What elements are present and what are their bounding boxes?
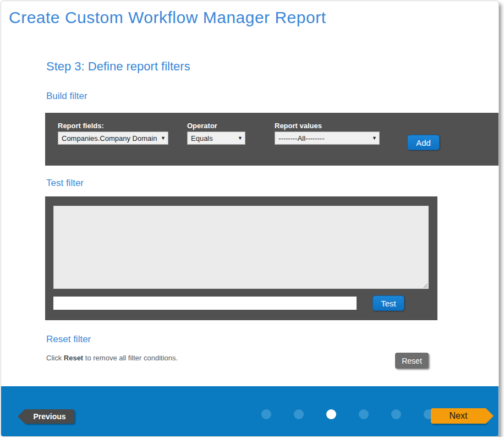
test-value-input[interactable] [53,297,357,310]
wizard-footer: Previous Next [1,386,498,437]
reset-button[interactable]: Reset [395,353,429,369]
wizard-card: Create Custom Workflow Manager Report St… [1,1,499,437]
chevron-down-icon: ▼ [238,135,243,141]
step-dot-1 [261,409,271,419]
reset-hint-prefix: Click [46,354,64,362]
step-dot-2 [294,409,304,419]
page-title: Create Custom Workflow Manager Report [9,8,326,27]
report-values-selected-value: --------All-------- [278,134,370,142]
operator-selected-value: Equals [191,134,235,142]
filter-preview-textarea[interactable] [53,206,429,289]
report-values-label: Report values [275,122,322,130]
build-filter-panel: Report fields: Companies.Company Domain … [45,113,498,166]
report-fields-selected-value: Companies.Company Domain Na [62,134,158,142]
test-filter-panel: Test [45,196,437,320]
step-dots [261,409,434,419]
step-heading: Step 3: Define report filters [46,59,190,74]
chevron-down-icon: ▼ [372,135,377,141]
test-button[interactable]: Test [372,295,404,311]
operator-label: Operator [187,122,217,130]
build-filter-heading: Build filter [46,91,87,102]
step-dot-3 [326,409,336,419]
reset-hint-suffix: to remove all filter conditions. [83,354,178,362]
report-values-select[interactable]: --------All-------- ▼ [275,131,380,145]
step-dot-4 [359,409,369,419]
operator-select[interactable]: Equals ▼ [187,131,245,145]
next-button[interactable]: Next [431,408,486,424]
report-fields-label: Report fields: [58,122,104,130]
report-fields-select[interactable]: Companies.Company Domain Na ▼ [58,131,168,145]
reset-filter-heading: Reset filter [46,334,91,345]
chevron-down-icon: ▼ [161,135,166,141]
step-dot-5 [391,409,401,419]
add-button[interactable]: Add [407,135,440,150]
reset-hint-text: Click Reset to remove all filter conditi… [46,354,178,362]
reset-hint-bold: Reset [64,354,83,362]
test-filter-heading: Test filter [46,178,84,189]
previous-button[interactable]: Previous [25,409,74,424]
